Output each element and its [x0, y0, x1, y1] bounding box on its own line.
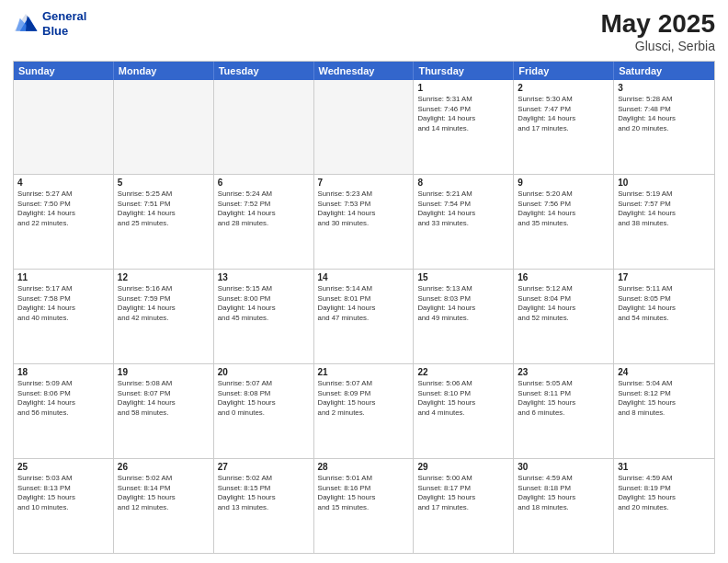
- day-number-w3-d2: 12: [118, 272, 210, 282]
- day-number-w2-d5: 8: [417, 178, 509, 188]
- cell-detail-w4-d4: Sunrise: 5:07 AMSunset: 8:09 PMDaylight:…: [318, 379, 410, 418]
- header-friday: Friday: [514, 62, 614, 80]
- calendar-header: Sunday Monday Tuesday Wednesday Thursday…: [14, 62, 714, 80]
- cell-detail-w2-d7: Sunrise: 5:19 AMSunset: 7:57 PMDaylight:…: [618, 190, 711, 228]
- day-number-w3-d7: 17: [618, 272, 711, 282]
- cell-detail-w2-d1: Sunrise: 5:27 AMSunset: 7:50 PMDaylight:…: [17, 190, 109, 228]
- cell-detail-w4-d7: Sunrise: 5:04 AMSunset: 8:12 PMDaylight:…: [618, 379, 711, 418]
- cell-detail-w1-d6: Sunrise: 5:30 AMSunset: 7:47 PMDaylight:…: [518, 95, 609, 133]
- cell-detail-w4-d5: Sunrise: 5:06 AMSunset: 8:10 PMDaylight:…: [417, 379, 509, 418]
- cal-cell-w4-d1: 18Sunrise: 5:09 AMSunset: 8:06 PMDayligh…: [14, 364, 114, 458]
- day-number-w5-d3: 27: [218, 462, 310, 472]
- cal-cell-w2-d7: 10Sunrise: 5:19 AMSunset: 7:57 PMDayligh…: [614, 175, 714, 269]
- cal-cell-w3-d4: 14Sunrise: 5:14 AMSunset: 8:01 PMDayligh…: [314, 270, 415, 363]
- header-saturday: Saturday: [614, 62, 714, 80]
- day-number-w4-d4: 21: [318, 367, 410, 377]
- week-row-1: 1Sunrise: 5:31 AMSunset: 7:46 PMDaylight…: [14, 80, 714, 174]
- cal-cell-w5-d7: 31Sunrise: 4:59 AMSunset: 8:19 PMDayligh…: [614, 459, 714, 553]
- header-monday: Monday: [114, 62, 214, 80]
- logo-text: General Blue: [42, 9, 86, 38]
- cell-detail-w4-d1: Sunrise: 5:09 AMSunset: 8:06 PMDaylight:…: [17, 379, 109, 418]
- cell-detail-w2-d2: Sunrise: 5:25 AMSunset: 7:51 PMDaylight:…: [118, 190, 210, 228]
- cell-detail-w3-d7: Sunrise: 5:11 AMSunset: 8:05 PMDaylight:…: [618, 284, 711, 323]
- cal-cell-w5-d6: 30Sunrise: 4:59 AMSunset: 8:18 PMDayligh…: [514, 459, 614, 553]
- day-number-w4-d6: 23: [518, 367, 609, 377]
- day-number-w2-d6: 9: [518, 178, 609, 188]
- cell-detail-w4-d2: Sunrise: 5:08 AMSunset: 8:07 PMDaylight:…: [118, 379, 210, 418]
- cal-cell-w3-d6: 16Sunrise: 5:12 AMSunset: 8:04 PMDayligh…: [514, 270, 614, 363]
- day-number-w3-d5: 15: [417, 272, 509, 282]
- cell-detail-w3-d1: Sunrise: 5:17 AMSunset: 7:58 PMDaylight:…: [17, 284, 109, 323]
- cell-detail-w3-d2: Sunrise: 5:16 AMSunset: 7:59 PMDaylight:…: [118, 284, 210, 323]
- cell-detail-w5-d4: Sunrise: 5:01 AMSunset: 8:16 PMDaylight:…: [318, 474, 410, 512]
- cal-cell-w1-d5: 1Sunrise: 5:31 AMSunset: 7:46 PMDaylight…: [414, 80, 514, 174]
- cell-detail-w5-d1: Sunrise: 5:03 AMSunset: 8:13 PMDaylight:…: [17, 474, 109, 512]
- cal-cell-w1-d6: 2Sunrise: 5:30 AMSunset: 7:47 PMDaylight…: [514, 80, 614, 174]
- header-sunday: Sunday: [14, 62, 114, 80]
- cell-detail-w5-d3: Sunrise: 5:02 AMSunset: 8:15 PMDaylight:…: [218, 474, 310, 512]
- cal-cell-w1-d2: [114, 80, 214, 174]
- cell-detail-w1-d7: Sunrise: 5:28 AMSunset: 7:48 PMDaylight:…: [618, 95, 711, 133]
- day-number-w5-d2: 26: [118, 462, 210, 472]
- day-number-w3-d4: 14: [318, 272, 410, 282]
- cal-cell-w4-d2: 19Sunrise: 5:08 AMSunset: 8:07 PMDayligh…: [114, 364, 214, 458]
- day-number-w5-d7: 31: [618, 462, 711, 472]
- cal-cell-w1-d4: [314, 80, 415, 174]
- cal-cell-w3-d1: 11Sunrise: 5:17 AMSunset: 7:58 PMDayligh…: [14, 270, 114, 363]
- cal-cell-w5-d5: 29Sunrise: 5:00 AMSunset: 8:17 PMDayligh…: [414, 459, 514, 553]
- week-row-5: 25Sunrise: 5:03 AMSunset: 8:13 PMDayligh…: [14, 458, 714, 553]
- day-number-w4-d7: 24: [618, 367, 711, 377]
- calendar-body: 1Sunrise: 5:31 AMSunset: 7:46 PMDaylight…: [14, 80, 714, 553]
- day-number-w2-d2: 5: [118, 178, 210, 188]
- day-number-w5-d5: 29: [417, 462, 509, 472]
- day-number-w2-d1: 4: [17, 178, 109, 188]
- day-number-w1-d7: 3: [618, 83, 711, 93]
- calendar: Sunday Monday Tuesday Wednesday Thursday…: [13, 61, 715, 554]
- day-number-w2-d4: 7: [318, 178, 410, 188]
- cal-cell-w2-d3: 6Sunrise: 5:24 AMSunset: 7:52 PMDaylight…: [214, 175, 314, 269]
- cal-cell-w5-d1: 25Sunrise: 5:03 AMSunset: 8:13 PMDayligh…: [14, 459, 114, 553]
- cell-detail-w4-d3: Sunrise: 5:07 AMSunset: 8:08 PMDaylight:…: [218, 379, 310, 418]
- cell-detail-w2-d3: Sunrise: 5:24 AMSunset: 7:52 PMDaylight:…: [218, 190, 310, 228]
- cal-cell-w4-d5: 22Sunrise: 5:06 AMSunset: 8:10 PMDayligh…: [414, 364, 514, 458]
- cal-cell-w5-d3: 27Sunrise: 5:02 AMSunset: 8:15 PMDayligh…: [214, 459, 314, 553]
- day-number-w4-d1: 18: [17, 367, 109, 377]
- cal-cell-w1-d3: [214, 80, 314, 174]
- cal-cell-w2-d1: 4Sunrise: 5:27 AMSunset: 7:50 PMDaylight…: [14, 175, 114, 269]
- title-block: May 2025 Glusci, Serbia: [600, 9, 715, 53]
- cal-cell-w5-d4: 28Sunrise: 5:01 AMSunset: 8:16 PMDayligh…: [314, 459, 415, 553]
- logo-icon: [13, 11, 39, 37]
- cal-cell-w3-d2: 12Sunrise: 5:16 AMSunset: 7:59 PMDayligh…: [114, 270, 214, 363]
- cal-cell-w1-d1: [14, 80, 114, 174]
- cal-cell-w1-d7: 3Sunrise: 5:28 AMSunset: 7:48 PMDaylight…: [614, 80, 714, 174]
- cal-cell-w2-d2: 5Sunrise: 5:25 AMSunset: 7:51 PMDaylight…: [114, 175, 214, 269]
- cell-detail-w4-d6: Sunrise: 5:05 AMSunset: 8:11 PMDaylight:…: [518, 379, 609, 418]
- cell-detail-w2-d4: Sunrise: 5:23 AMSunset: 7:53 PMDaylight:…: [318, 190, 410, 228]
- cal-cell-w4-d4: 21Sunrise: 5:07 AMSunset: 8:09 PMDayligh…: [314, 364, 415, 458]
- week-row-2: 4Sunrise: 5:27 AMSunset: 7:50 PMDaylight…: [14, 174, 714, 269]
- day-number-w4-d5: 22: [417, 367, 509, 377]
- cell-detail-w3-d5: Sunrise: 5:13 AMSunset: 8:03 PMDaylight:…: [417, 284, 509, 323]
- cell-detail-w5-d6: Sunrise: 4:59 AMSunset: 8:18 PMDaylight:…: [518, 474, 609, 512]
- cell-detail-w5-d2: Sunrise: 5:02 AMSunset: 8:14 PMDaylight:…: [118, 474, 210, 512]
- day-number-w5-d1: 25: [17, 462, 109, 472]
- cell-detail-w5-d7: Sunrise: 4:59 AMSunset: 8:19 PMDaylight:…: [618, 474, 711, 512]
- day-number-w3-d1: 11: [17, 272, 109, 282]
- month-year: May 2025: [600, 9, 715, 39]
- logo-line1: General: [42, 9, 86, 24]
- page: General Blue May 2025 Glusci, Serbia Sun…: [0, 0, 728, 563]
- day-number-w4-d2: 19: [118, 367, 210, 377]
- cal-cell-w4-d3: 20Sunrise: 5:07 AMSunset: 8:08 PMDayligh…: [214, 364, 314, 458]
- cell-detail-w1-d5: Sunrise: 5:31 AMSunset: 7:46 PMDaylight:…: [417, 95, 509, 133]
- day-number-w2-d3: 6: [218, 178, 310, 188]
- cal-cell-w4-d6: 23Sunrise: 5:05 AMSunset: 8:11 PMDayligh…: [514, 364, 614, 458]
- cal-cell-w3-d7: 17Sunrise: 5:11 AMSunset: 8:05 PMDayligh…: [614, 270, 714, 363]
- cal-cell-w4-d7: 24Sunrise: 5:04 AMSunset: 8:12 PMDayligh…: [614, 364, 714, 458]
- logo-line2: Blue: [42, 24, 86, 39]
- cell-detail-w3-d4: Sunrise: 5:14 AMSunset: 8:01 PMDaylight:…: [318, 284, 410, 323]
- header-tuesday: Tuesday: [214, 62, 314, 80]
- cal-cell-w2-d5: 8Sunrise: 5:21 AMSunset: 7:54 PMDaylight…: [414, 175, 514, 269]
- day-number-w3-d6: 16: [518, 272, 609, 282]
- header-wednesday: Wednesday: [314, 62, 415, 80]
- day-number-w1-d6: 2: [518, 83, 609, 93]
